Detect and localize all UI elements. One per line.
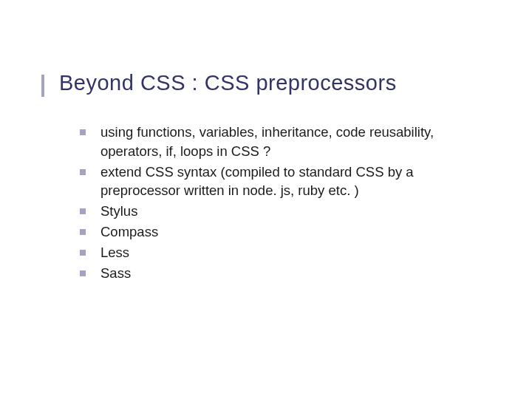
- bullet-text: Less: [100, 243, 129, 262]
- bullet-icon: [80, 250, 86, 256]
- bullet-icon: [80, 208, 86, 214]
- title-wrapper: Beyond CSS : CSS preprocessors: [59, 70, 488, 96]
- slide-container: Beyond CSS : CSS preprocessors using fun…: [0, 0, 532, 399]
- list-item: using functions, variables, inheritance,…: [80, 123, 488, 161]
- list-item: Less: [80, 243, 488, 262]
- bullet-icon: [80, 229, 86, 235]
- bullet-icon: [80, 169, 86, 175]
- bullet-icon: [80, 270, 86, 276]
- bullet-text: extend CSS syntax (compiled to standard …: [100, 163, 488, 201]
- list-item: extend CSS syntax (compiled to standard …: [80, 163, 488, 201]
- slide-title: Beyond CSS : CSS preprocessors: [59, 70, 488, 96]
- list-item: Compass: [80, 222, 488, 242]
- bullet-text: using functions, variables, inheritance,…: [100, 123, 488, 161]
- accent-bar: [41, 75, 44, 97]
- bullet-text: Stylus: [100, 202, 137, 221]
- list-item: Sass: [80, 264, 488, 283]
- bullet-icon: [80, 129, 86, 135]
- bullet-text: Compass: [100, 222, 158, 242]
- list-item: Stylus: [80, 202, 488, 221]
- bullet-list: using functions, variables, inheritance,…: [80, 123, 488, 283]
- content-area: using functions, variables, inheritance,…: [59, 123, 488, 283]
- bullet-text: Sass: [100, 264, 131, 283]
